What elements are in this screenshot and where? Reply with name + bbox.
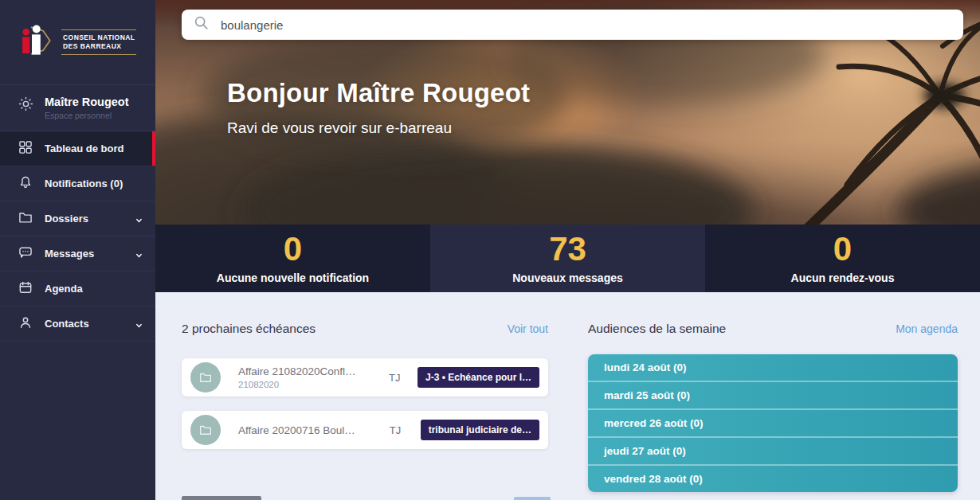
case-subtitle: 21082020: [238, 380, 371, 389]
sidebar: CONSEIL NATIONAL DES BARREAUX Maître Rou…: [0, 0, 155, 500]
deadlines-title: 2 prochaines échéances: [182, 322, 316, 336]
sidebar-item-dossiers[interactable]: Dossiers: [0, 201, 155, 236]
cnb-logo-line2: DES BARREAUX: [63, 42, 121, 50]
audiences-title: Audiences de la semaine: [588, 322, 726, 336]
day-row-friday[interactable]: vendred 28 août (0): [588, 464, 958, 492]
hero-banner: Bonjour Maître Rougeot Ravi de vous revo…: [155, 0, 980, 225]
hero-text: Bonjour Maître Rougeot Ravi de vous revo…: [227, 78, 530, 137]
stat-messages[interactable]: 73 Nouveaux messages: [430, 225, 705, 292]
audiences-panel: Audiences de la semaine Mon agenda lundi…: [588, 322, 958, 500]
sidebar-item-label: Notifications (0): [45, 178, 123, 189]
search-bar: [182, 10, 963, 40]
main-area: Bonjour Maître Rougeot Ravi de vous revo…: [155, 0, 980, 500]
sidebar-item-label: Messages: [45, 248, 94, 260]
deadlines-see-all-link[interactable]: Voir tout: [508, 322, 548, 335]
sidebar-item-label: Dossiers: [45, 213, 88, 225]
search-icon: [193, 14, 210, 35]
cnb-logo-icon: [18, 19, 54, 65]
cnb-logo[interactable]: CONSEIL NATIONAL DES BARREAUX: [0, 0, 155, 85]
user-subtitle: Espace personnel: [45, 111, 129, 120]
sidebar-item-label: Tableau de bord: [45, 143, 123, 154]
stat-label: Nouveaux messages: [512, 271, 623, 284]
sidebar-item-notifications[interactable]: Notifications (0): [0, 166, 155, 201]
court-code: TJ: [372, 424, 418, 436]
clipped-section-heading-fragment: [182, 496, 261, 500]
day-row-tuesday[interactable]: mardi 25 août (0): [588, 381, 958, 408]
sidebar-item-contacts[interactable]: Contacts: [0, 307, 155, 342]
calendar-icon: [18, 279, 33, 298]
folder-avatar: [190, 415, 221, 445]
sidebar-item-agenda[interactable]: Agenda: [0, 271, 155, 307]
deadline-card[interactable]: Affaire 21082020Confl… 21082020 TJ J-3 •…: [182, 358, 548, 396]
search-input[interactable]: [219, 18, 952, 33]
hero-greeting: Bonjour Maître Rougeot: [227, 78, 530, 108]
stats-strip: 0 Aucune nouvelle notification 73 Nouvea…: [155, 225, 980, 292]
day-row-monday[interactable]: lundi 24 août (0): [588, 354, 958, 381]
deadline-badge: tribunal judiciaire de…: [421, 420, 539, 440]
clipped-section-link-fragment: [514, 497, 551, 500]
stat-value: 0: [833, 232, 852, 266]
folder-avatar: [190, 362, 221, 393]
gear-icon: [18, 96, 34, 115]
user-name: Maître Rougeot: [45, 96, 129, 108]
hero-subtitle: Ravi de vous revoir sur e-barreau: [227, 119, 530, 137]
court-code: TJ: [371, 372, 417, 384]
week-days-list: lundi 24 août (0) mardi 25 août (0) merc…: [588, 354, 958, 492]
folder-icon: [18, 209, 33, 228]
sidebar-item-tableau-de-bord[interactable]: Tableau de bord: [0, 131, 155, 166]
deadline-badge: J-3 • Echéance pour l…: [417, 367, 539, 388]
chevron-down-icon: [135, 250, 143, 262]
dashboard-grid-icon: [18, 139, 33, 158]
day-row-thursday[interactable]: jeudi 27 août (0): [588, 436, 958, 464]
case-title: Affaire 20200716 Boul…: [238, 424, 372, 436]
sidebar-item-label: Agenda: [45, 283, 83, 295]
sidebar-item-label: Contacts: [45, 318, 89, 330]
person-icon: [18, 314, 33, 333]
chat-bubble-icon: [18, 244, 33, 263]
stat-value: 73: [549, 232, 586, 266]
chevron-down-icon: [135, 215, 143, 227]
stat-label: Aucune nouvelle notification: [217, 271, 369, 284]
bell-icon: [18, 174, 33, 193]
day-row-wednesday[interactable]: mercred 26 août (0): [588, 408, 958, 436]
dashboard-content: 2 prochaines échéances Voir tout Affaire…: [155, 292, 980, 500]
sidebar-item-messages[interactable]: Messages: [0, 236, 155, 271]
user-profile[interactable]: Maître Rougeot Espace personnel: [0, 85, 155, 131]
cnb-logo-text: CONSEIL NATIONAL DES BARREAUX: [61, 29, 136, 56]
stat-notifications[interactable]: 0 Aucune nouvelle notification: [155, 225, 430, 292]
stat-value: 0: [284, 232, 302, 266]
chevron-down-icon: [135, 320, 143, 332]
case-title: Affaire 21082020Confl…: [238, 365, 371, 377]
deadlines-panel: 2 prochaines échéances Voir tout Affaire…: [182, 322, 548, 500]
deadline-card[interactable]: Affaire 20200716 Boul… TJ tribunal judic…: [182, 411, 548, 449]
cnb-logo-line1: CONSEIL NATIONAL: [63, 33, 135, 41]
app-window: CONSEIL NATIONAL DES BARREAUX Maître Rou…: [0, 0, 980, 500]
stat-rendez-vous[interactable]: 0 Aucun rendez-vous: [705, 225, 980, 292]
stat-label: Aucun rendez-vous: [791, 271, 895, 284]
my-agenda-link[interactable]: Mon agenda: [896, 322, 958, 335]
